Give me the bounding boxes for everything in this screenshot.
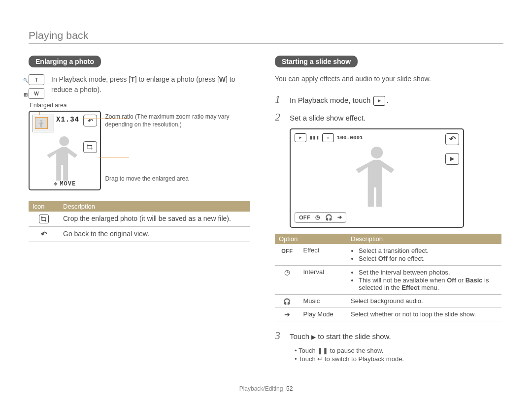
column-left: Enlarging a photo T W In Playback mode, … <box>29 56 250 364</box>
sub-bullet-back: Touch ↩ to switch to Playback mode. <box>295 355 501 363</box>
leader-line <box>83 119 129 119</box>
step-text: Set a slide show effect. <box>290 114 366 122</box>
lcd2-bottombar: OFF ◷ 🎧 ➔ <box>295 212 346 223</box>
step-text: In Playback mode, touch . <box>290 96 389 106</box>
headphones-icon: 🎧 <box>283 298 291 305</box>
sub-bullet-pause: Touch ❚❚ to pause the show. <box>295 347 501 354</box>
lcd-enlarged: X1.34 ↶ ✥ MOVE <box>29 111 101 190</box>
icon-description-table: Icon Description Crop the enlarged photo… <box>29 201 250 242</box>
effect-off-icon[interactable]: OFF <box>299 215 310 220</box>
step-3: 3 Touch ▶ to start the slide show. <box>275 329 501 342</box>
battery-icon: ▮▮▮ <box>309 134 319 141</box>
section-pill-enlarging: Enlarging a photo <box>29 56 101 67</box>
option-name: Interval <box>299 265 347 294</box>
play-triangle-icon: ▶ <box>311 334 316 340</box>
step-2: 2 Set a slide show effect. <box>275 111 501 123</box>
title-rule <box>29 43 503 44</box>
column-right: Starting a slide show You can apply effe… <box>275 56 501 364</box>
enlarging-intro: T W In Playback mode, press [T] to enlar… <box>29 74 250 99</box>
lcd-slideshow: ▶ ▮▮▮ ▭ 100-0001 ↶ ▶ OFF ◷ 🎧 ➔ <box>290 128 464 228</box>
lcd2-photo-content <box>350 144 404 213</box>
option-desc: Select a transition effect. Select Off f… <box>347 244 501 266</box>
table-row: 🎧 Music Select background audio. <box>275 294 501 308</box>
lcd-back-button[interactable]: ↶ <box>83 115 97 126</box>
enlarged-diagram: X1.34 ↶ ✥ MOVE <box>29 111 250 190</box>
card-icon: ▭ <box>322 133 334 142</box>
playmode-icon[interactable]: ➔ <box>337 214 342 220</box>
th-icon: Icon <box>29 201 59 212</box>
music-icon[interactable]: 🎧 <box>325 214 332 221</box>
w-key-icon: W <box>29 88 44 99</box>
section-pill-slideshow: Starting a slide show <box>275 56 358 67</box>
slideshow-intro: You can apply effects and audio to your … <box>275 74 501 84</box>
table-row: OFF Effect Select a transition effect. S… <box>275 244 501 266</box>
effect-off-icon: OFF <box>281 248 293 254</box>
arrow-right-icon: ➔ <box>284 310 290 318</box>
table-row: ↶ Go back to the original view. <box>29 227 250 242</box>
lcd-minimap <box>33 115 54 132</box>
step-number: 3 <box>275 329 284 342</box>
t-key-icon: T <box>29 74 44 85</box>
th-description: Description <box>347 234 501 244</box>
step-number: 2 <box>275 111 284 123</box>
options-table: Option Description OFF Effect Select a t… <box>275 234 501 321</box>
drag-note: Drag to move the enlarged area <box>105 175 250 183</box>
lcd2-back-button[interactable]: ↶ <box>445 133 459 145</box>
lcd-move-indicator: ✥ MOVE <box>54 180 76 187</box>
zoom-key-icons: T W <box>29 74 46 99</box>
step-1: 1 In Playback mode, touch . <box>275 93 501 106</box>
footer-section: Playback/Editing <box>239 385 283 392</box>
page-title: Playing back <box>29 30 503 41</box>
slideshow-icon <box>373 96 385 106</box>
option-desc: Select whether or not to loop the slide … <box>347 308 501 321</box>
row-desc: Crop the enlarged photo (it will be save… <box>59 212 250 227</box>
move-arrows-icon: ✥ <box>54 180 58 187</box>
lcd-zoom-ratio: X1.34 <box>56 116 79 123</box>
playback-mode-icon: ▶ <box>295 133 306 142</box>
lcd2-topbar: ▶ ▮▮▮ ▭ 100-0001 <box>295 133 363 142</box>
clock-icon: ◷ <box>284 268 290 276</box>
lcd-minimap-frame <box>35 117 48 129</box>
step3-sub-bullets: Touch ❚❚ to pause the show. Touch ↩ to s… <box>295 347 501 363</box>
footer-page-number: 52 <box>286 385 293 392</box>
page-footer: Playback/Editing 52 <box>0 385 532 392</box>
row-desc: Go back to the original view. <box>59 227 250 242</box>
back-icon: ↶ <box>41 230 47 238</box>
file-number: 100-0001 <box>337 135 363 141</box>
lcd2-play-button[interactable]: ▶ <box>445 153 459 165</box>
th-option: Option <box>275 234 347 244</box>
diagram-labels: Zoom ratio (The maximum zoom ratio may v… <box>105 111 250 190</box>
option-name: Play Mode <box>299 308 347 321</box>
option-name: Music <box>299 294 347 308</box>
interval-icon[interactable]: ◷ <box>315 214 320 220</box>
enlarging-intro-text: In Playback mode, press [T] to enlarge a… <box>51 74 250 99</box>
option-desc: Select background audio. <box>347 294 501 308</box>
lcd-photo-content <box>42 133 86 183</box>
option-name: Effect <box>299 244 347 266</box>
zoom-ratio-note: Zoom ratio (The maximum zoom ratio may v… <box>105 113 250 128</box>
step-text: Touch ▶ to start the slide show. <box>290 332 391 340</box>
th-description: Description <box>59 201 250 212</box>
option-desc: Set the interval between photos. This wi… <box>347 265 501 294</box>
step-number: 1 <box>275 93 284 106</box>
table-row: ➔ Play Mode Select whether or not to loo… <box>275 308 501 321</box>
table-row: Crop the enlarged photo (it will be save… <box>29 212 250 227</box>
leader-line <box>99 157 129 157</box>
enlarged-area-label: Enlarged area <box>30 102 250 109</box>
table-row: ◷ Interval Set the interval between phot… <box>275 265 501 294</box>
leader-line <box>39 112 40 115</box>
crop-icon <box>39 215 49 223</box>
